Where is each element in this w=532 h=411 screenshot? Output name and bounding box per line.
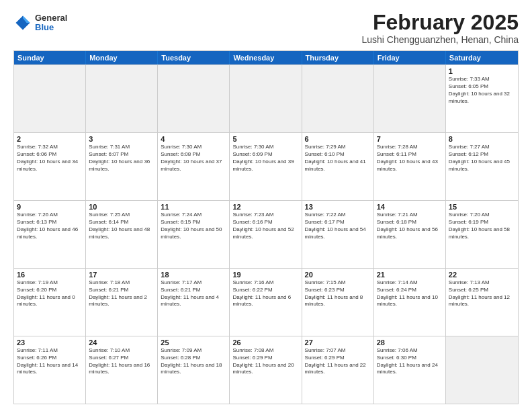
- day-number: 8: [449, 135, 515, 143]
- day-number: 2: [17, 135, 83, 143]
- title-block: February 2025 Lushi Chengguanzhen, Henan…: [361, 11, 519, 45]
- cell-info: Sunrise: 7:07 AM Sunset: 6:29 PM Dayligh…: [305, 347, 371, 376]
- location: Lushi Chengguanzhen, Henan, China: [361, 34, 519, 45]
- cell-info: Sunrise: 7:10 AM Sunset: 6:27 PM Dayligh…: [89, 347, 154, 376]
- calendar-cell: 20Sunrise: 7:15 AM Sunset: 6:23 PM Dayli…: [302, 269, 374, 336]
- calendar-cell: [14, 65, 86, 132]
- calendar-header-cell: Wednesday: [230, 51, 302, 64]
- day-number: 20: [305, 271, 371, 279]
- day-number: 28: [377, 338, 443, 347]
- day-number: 3: [89, 135, 154, 143]
- day-number: 12: [232, 203, 298, 211]
- header: General Blue February 2025 Lushi Chenggu…: [13, 11, 519, 45]
- calendar-cell: 4Sunrise: 7:30 AM Sunset: 6:08 PM Daylig…: [158, 133, 230, 200]
- calendar-cell: 28Sunrise: 7:06 AM Sunset: 6:30 PM Dayli…: [374, 336, 446, 404]
- logo-text: General Blue: [35, 13, 67, 33]
- cell-info: Sunrise: 7:30 AM Sunset: 6:08 PM Dayligh…: [161, 144, 226, 173]
- calendar-cell: [302, 65, 374, 132]
- day-number: 27: [305, 338, 371, 347]
- month-title: February 2025: [361, 11, 519, 34]
- calendar-cell: 19Sunrise: 7:16 AM Sunset: 6:22 PM Dayli…: [230, 269, 302, 336]
- day-number: 14: [377, 203, 443, 211]
- cell-info: Sunrise: 7:33 AM Sunset: 6:05 PM Dayligh…: [449, 76, 515, 105]
- day-number: 19: [232, 271, 298, 279]
- calendar-cell: 7Sunrise: 7:28 AM Sunset: 6:11 PM Daylig…: [374, 133, 446, 200]
- calendar-header-cell: Tuesday: [158, 51, 230, 64]
- cell-info: Sunrise: 7:06 AM Sunset: 6:30 PM Dayligh…: [377, 347, 443, 376]
- cell-info: Sunrise: 7:29 AM Sunset: 6:10 PM Dayligh…: [305, 144, 371, 173]
- cell-info: Sunrise: 7:31 AM Sunset: 6:07 PM Dayligh…: [89, 144, 154, 173]
- cell-info: Sunrise: 7:15 AM Sunset: 6:23 PM Dayligh…: [305, 279, 371, 308]
- cell-info: Sunrise: 7:28 AM Sunset: 6:11 PM Dayligh…: [377, 144, 443, 173]
- calendar-cell: [374, 65, 446, 132]
- calendar-header: SundayMondayTuesdayWednesdayThursdayFrid…: [14, 51, 518, 64]
- calendar-cell: 9Sunrise: 7:26 AM Sunset: 6:13 PM Daylig…: [14, 201, 86, 268]
- calendar-cell: 3Sunrise: 7:31 AM Sunset: 6:07 PM Daylig…: [86, 133, 158, 200]
- logo: General Blue: [13, 13, 67, 33]
- day-number: 17: [89, 271, 154, 279]
- cell-info: Sunrise: 7:25 AM Sunset: 6:14 PM Dayligh…: [89, 212, 154, 240]
- cell-info: Sunrise: 7:13 AM Sunset: 6:25 PM Dayligh…: [449, 279, 515, 308]
- cell-info: Sunrise: 7:16 AM Sunset: 6:22 PM Dayligh…: [232, 279, 298, 308]
- calendar-cell: 11Sunrise: 7:24 AM Sunset: 6:15 PM Dayli…: [158, 201, 230, 268]
- day-number: 15: [449, 203, 515, 211]
- calendar-cell: 22Sunrise: 7:13 AM Sunset: 6:25 PM Dayli…: [446, 269, 518, 336]
- day-number: 1: [449, 67, 515, 75]
- calendar-cell: 13Sunrise: 7:22 AM Sunset: 6:17 PM Dayli…: [302, 201, 374, 268]
- calendar-cell: 18Sunrise: 7:17 AM Sunset: 6:21 PM Dayli…: [158, 269, 230, 336]
- calendar-cell: 25Sunrise: 7:09 AM Sunset: 6:28 PM Dayli…: [158, 336, 230, 404]
- calendar-header-cell: Sunday: [14, 51, 86, 64]
- calendar-row: 16Sunrise: 7:19 AM Sunset: 6:20 PM Dayli…: [14, 268, 518, 336]
- logo-general: General: [35, 13, 67, 23]
- calendar-row: 1Sunrise: 7:33 AM Sunset: 6:05 PM Daylig…: [14, 64, 518, 132]
- cell-info: Sunrise: 7:17 AM Sunset: 6:21 PM Dayligh…: [161, 279, 226, 308]
- calendar-cell: 26Sunrise: 7:08 AM Sunset: 6:29 PM Dayli…: [230, 336, 302, 404]
- calendar-cell: [446, 336, 518, 404]
- cell-info: Sunrise: 7:23 AM Sunset: 6:16 PM Dayligh…: [232, 212, 298, 240]
- calendar-cell: 15Sunrise: 7:20 AM Sunset: 6:19 PM Dayli…: [446, 201, 518, 268]
- calendar-cell: 6Sunrise: 7:29 AM Sunset: 6:10 PM Daylig…: [302, 133, 374, 200]
- cell-info: Sunrise: 7:14 AM Sunset: 6:24 PM Dayligh…: [377, 279, 443, 308]
- calendar-cell: 21Sunrise: 7:14 AM Sunset: 6:24 PM Dayli…: [374, 269, 446, 336]
- cell-info: Sunrise: 7:20 AM Sunset: 6:19 PM Dayligh…: [449, 212, 515, 240]
- cell-info: Sunrise: 7:26 AM Sunset: 6:13 PM Dayligh…: [17, 212, 83, 240]
- day-number: 13: [305, 203, 371, 211]
- cell-info: Sunrise: 7:09 AM Sunset: 6:28 PM Dayligh…: [161, 347, 226, 376]
- day-number: 26: [232, 338, 298, 347]
- calendar: SundayMondayTuesdayWednesdayThursdayFrid…: [13, 50, 519, 404]
- cell-info: Sunrise: 7:24 AM Sunset: 6:15 PM Dayligh…: [161, 212, 226, 240]
- calendar-header-cell: Monday: [86, 51, 158, 64]
- page: General Blue February 2025 Lushi Chenggu…: [0, 0, 532, 411]
- calendar-cell: [86, 65, 158, 132]
- day-number: 4: [161, 135, 226, 143]
- calendar-cell: 27Sunrise: 7:07 AM Sunset: 6:29 PM Dayli…: [302, 336, 374, 404]
- calendar-header-cell: Thursday: [302, 51, 374, 64]
- day-number: 7: [377, 135, 443, 143]
- calendar-cell: 8Sunrise: 7:27 AM Sunset: 6:12 PM Daylig…: [446, 133, 518, 200]
- calendar-body: 1Sunrise: 7:33 AM Sunset: 6:05 PM Daylig…: [14, 64, 518, 404]
- cell-info: Sunrise: 7:21 AM Sunset: 6:18 PM Dayligh…: [377, 212, 443, 240]
- calendar-cell: 23Sunrise: 7:11 AM Sunset: 6:26 PM Dayli…: [14, 336, 86, 404]
- cell-info: Sunrise: 7:27 AM Sunset: 6:12 PM Dayligh…: [449, 144, 515, 173]
- day-number: 10: [89, 203, 154, 211]
- calendar-cell: 2Sunrise: 7:32 AM Sunset: 6:06 PM Daylig…: [14, 133, 86, 200]
- day-number: 24: [89, 338, 154, 347]
- day-number: 22: [449, 271, 515, 279]
- day-number: 18: [161, 271, 226, 279]
- cell-info: Sunrise: 7:19 AM Sunset: 6:20 PM Dayligh…: [17, 279, 83, 308]
- calendar-header-cell: Saturday: [446, 51, 518, 64]
- calendar-cell: 14Sunrise: 7:21 AM Sunset: 6:18 PM Dayli…: [374, 201, 446, 268]
- cell-info: Sunrise: 7:30 AM Sunset: 6:09 PM Dayligh…: [232, 144, 298, 173]
- day-number: 16: [17, 271, 83, 279]
- day-number: 5: [232, 135, 298, 143]
- cell-info: Sunrise: 7:32 AM Sunset: 6:06 PM Dayligh…: [17, 144, 83, 173]
- day-number: 11: [161, 203, 226, 211]
- cell-info: Sunrise: 7:08 AM Sunset: 6:29 PM Dayligh…: [232, 347, 298, 376]
- calendar-cell: 17Sunrise: 7:18 AM Sunset: 6:21 PM Dayli…: [86, 269, 158, 336]
- logo-blue: Blue: [35, 23, 67, 32]
- day-number: 9: [17, 203, 83, 211]
- calendar-row: 2Sunrise: 7:32 AM Sunset: 6:06 PM Daylig…: [14, 132, 518, 200]
- cell-info: Sunrise: 7:11 AM Sunset: 6:26 PM Dayligh…: [17, 347, 83, 376]
- cell-info: Sunrise: 7:22 AM Sunset: 6:17 PM Dayligh…: [305, 212, 371, 240]
- calendar-cell: [230, 65, 302, 132]
